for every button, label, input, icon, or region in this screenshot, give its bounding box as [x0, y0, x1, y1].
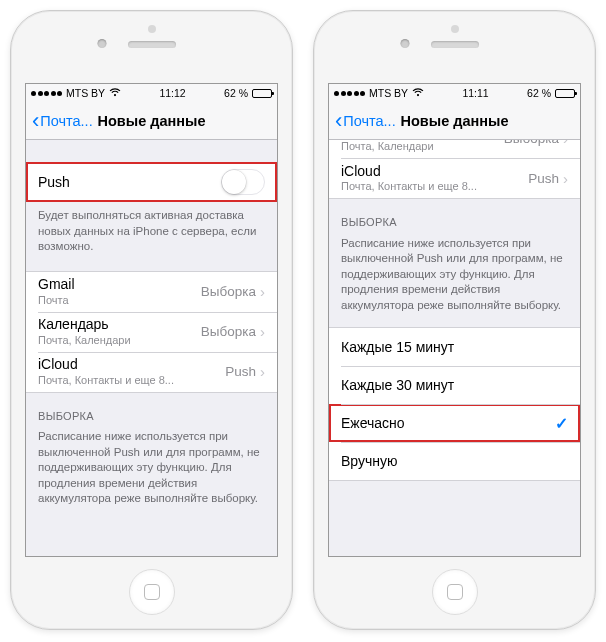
push-toggle[interactable]: [221, 169, 265, 195]
battery-pct-label: 62 %: [224, 87, 248, 99]
chevron-right-icon: ›: [563, 171, 568, 186]
front-camera: [97, 39, 106, 48]
proximity-sensor: [451, 25, 459, 33]
clock-label: 11:12: [159, 87, 185, 99]
back-label: Почта...: [40, 113, 92, 129]
account-title: iCloud: [341, 163, 477, 180]
nav-bar: ‹ Почта... Новые данные: [329, 102, 580, 140]
battery-icon: [252, 89, 272, 98]
battery-icon: [555, 89, 575, 98]
vyborka-desc: Расписание ниже используется при выключе…: [26, 429, 277, 515]
chevron-right-icon: ›: [260, 324, 265, 339]
account-sub: Почта, Календари: [341, 140, 434, 153]
status-bar: MTS BY 11:11 62 %: [329, 84, 580, 102]
battery-pct-label: 62 %: [527, 87, 551, 99]
account-value: Push: [225, 364, 256, 379]
carrier-label: MTS BY: [66, 87, 105, 99]
chevron-right-icon: ›: [563, 140, 568, 146]
account-title: Календарь: [38, 316, 131, 333]
nav-bar: ‹ Почта... Новые данные: [26, 102, 277, 140]
vyborka-header: ВЫБОРКА: [329, 199, 580, 236]
back-button[interactable]: ‹ Почта...: [32, 110, 93, 132]
vyborka-header: ВЫБОРКА: [26, 393, 277, 430]
push-group: Push: [26, 162, 277, 202]
signal-dots-icon: [31, 91, 62, 96]
checkmark-icon: ✓: [555, 414, 568, 433]
accounts-group-partial: Календарь Почта, Календари Выборка › iCl…: [329, 140, 580, 199]
front-camera: [400, 39, 409, 48]
account-row-icloud[interactable]: iCloud Почта, Контакты и еще 8... Push ›: [26, 352, 277, 392]
content-area: Push Будет выполняться активная доставка…: [26, 140, 277, 556]
status-bar: MTS BY 11:12 62 %: [26, 84, 277, 102]
wifi-icon: [412, 88, 424, 99]
push-label: Push: [38, 174, 70, 190]
chevron-right-icon: ›: [260, 364, 265, 379]
clock-label: 11:11: [462, 87, 488, 99]
option-manual[interactable]: Вручную: [329, 442, 580, 480]
home-button[interactable]: [432, 569, 478, 615]
account-value: Push: [528, 171, 559, 186]
account-value: Выборка: [201, 324, 256, 339]
account-row-icloud[interactable]: iCloud Почта, Контакты и еще 8... Push ›: [329, 158, 580, 198]
chevron-right-icon: ›: [260, 284, 265, 299]
option-label: Каждые 30 минут: [341, 377, 454, 393]
proximity-sensor: [148, 25, 156, 33]
account-value: Выборка: [504, 140, 559, 146]
signal-dots-icon: [334, 91, 365, 96]
chevron-left-icon: ‹: [335, 110, 342, 132]
earpiece-speaker: [128, 41, 176, 48]
account-value: Выборка: [201, 284, 256, 299]
account-sub: Почта, Контакты и еще 8...: [38, 374, 174, 387]
accounts-group: Gmail Почта Выборка › Календарь Почта, К…: [26, 271, 277, 393]
account-row-calendar[interactable]: Календарь Почта, Календари Выборка ›: [26, 312, 277, 352]
account-sub: Почта, Контакты и еще 8...: [341, 180, 477, 193]
carrier-label: MTS BY: [369, 87, 408, 99]
home-button[interactable]: [129, 569, 175, 615]
page-title: Новые данные: [98, 113, 206, 129]
fetch-options-group: Каждые 15 минут Каждые 30 минут Ежечасно…: [329, 327, 580, 481]
back-label: Почта...: [343, 113, 395, 129]
push-toggle-row[interactable]: Push: [26, 163, 277, 201]
earpiece-speaker: [431, 41, 479, 48]
screen-right: MTS BY 11:11 62 % ‹ Почта... Новые данны…: [328, 83, 581, 557]
phone-right: MTS BY 11:11 62 % ‹ Почта... Новые данны…: [313, 10, 596, 630]
option-30min[interactable]: Каждые 30 минут: [329, 366, 580, 404]
account-title: Gmail: [38, 276, 75, 293]
back-button[interactable]: ‹ Почта...: [335, 110, 396, 132]
option-label: Каждые 15 минут: [341, 339, 454, 355]
screen-left: MTS BY 11:12 62 % ‹ Почта... Новые данны…: [25, 83, 278, 557]
option-15min[interactable]: Каждые 15 минут: [329, 328, 580, 366]
push-footer: Будет выполняться активная доставка новы…: [26, 202, 277, 263]
wifi-icon: [109, 88, 121, 99]
chevron-left-icon: ‹: [32, 110, 39, 132]
option-label: Ежечасно: [341, 415, 405, 431]
account-sub: Почта: [38, 294, 75, 307]
option-hourly[interactable]: Ежечасно ✓: [329, 404, 580, 442]
account-row-calendar[interactable]: Календарь Почта, Календари Выборка ›: [329, 140, 580, 158]
vyborka-desc: Расписание ниже используется при выключе…: [329, 236, 580, 322]
content-area: Календарь Почта, Календари Выборка › iCl…: [329, 140, 580, 556]
account-row-gmail[interactable]: Gmail Почта Выборка ›: [26, 272, 277, 312]
account-sub: Почта, Календари: [38, 334, 131, 347]
page-title: Новые данные: [401, 113, 509, 129]
phone-left: MTS BY 11:12 62 % ‹ Почта... Новые данны…: [10, 10, 293, 630]
option-label: Вручную: [341, 453, 398, 469]
account-title: iCloud: [38, 356, 174, 373]
